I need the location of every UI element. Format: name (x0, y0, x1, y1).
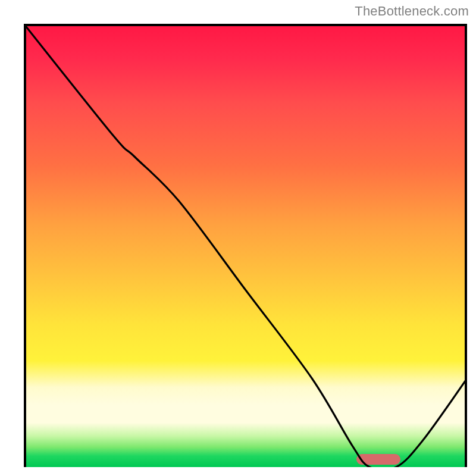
frame-top (24, 24, 467, 26)
bottleneck-curve (24, 24, 467, 467)
curve-path (24, 24, 467, 467)
frame-left (24, 24, 26, 467)
chart-container: TheBottleneck.com (0, 0, 476, 476)
attribution-text: TheBottleneck.com (355, 4, 469, 19)
frame-right (465, 24, 467, 467)
